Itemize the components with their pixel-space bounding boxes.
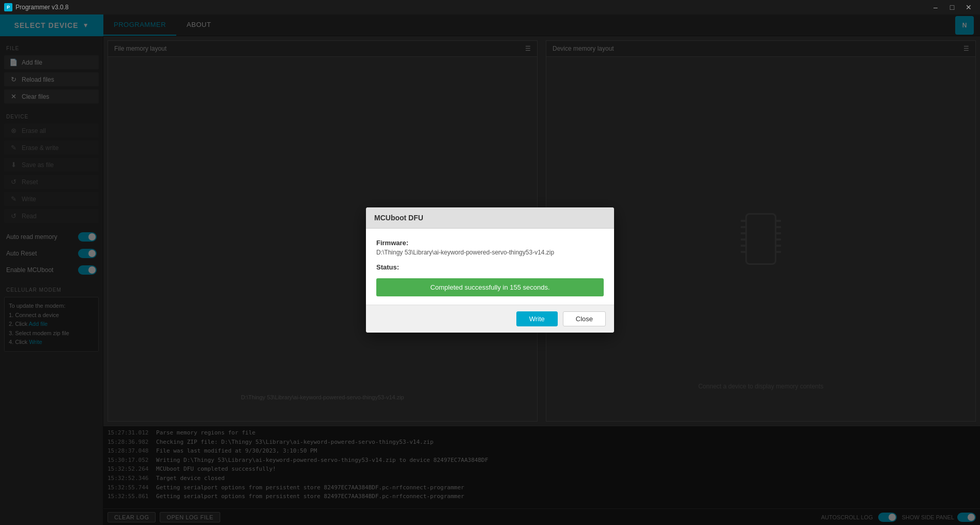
dialog-title: MCUboot DFU (374, 214, 423, 222)
window-controls: – □ ✕ (928, 0, 976, 14)
dialog-body: Firmware: D:\Thingy 53\Library\ai-keywor… (366, 229, 614, 305)
firmware-label: Firmware: (376, 239, 604, 247)
maximize-button[interactable]: □ (945, 0, 959, 14)
dialog-close-button[interactable]: Close (563, 311, 606, 326)
close-button[interactable]: ✕ (961, 0, 976, 14)
status-field: Status: (376, 263, 604, 271)
firmware-value: D:\Thingy 53\Library\ai-keyword-powered-… (376, 249, 604, 256)
title-bar: P Programmer v3.0.8 – □ ✕ (0, 0, 980, 14)
dialog-header: MCUboot DFU (366, 207, 614, 229)
dialog-footer: Write Close (366, 305, 614, 333)
mcuboot-dialog: MCUboot DFU Firmware: D:\Thingy 53\Libra… (366, 207, 614, 333)
status-message: Completed successfully in 155 seconds. (376, 278, 604, 296)
dialog-write-button[interactable]: Write (516, 311, 558, 326)
modal-overlay: MCUboot DFU Firmware: D:\Thingy 53\Libra… (0, 14, 980, 525)
app-title: Programmer v3.0.8 (16, 4, 928, 11)
app-icon: P (4, 3, 12, 11)
minimize-button[interactable]: – (928, 0, 943, 14)
firmware-field: Firmware: D:\Thingy 53\Library\ai-keywor… (376, 239, 604, 256)
status-label: Status: (376, 263, 604, 271)
